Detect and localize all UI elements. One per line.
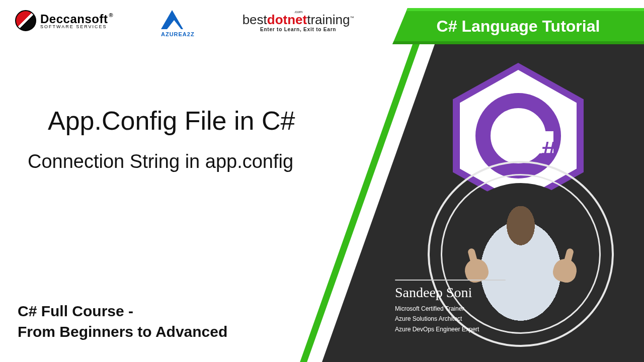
tutorial-banner: C# Language Tutorial xyxy=(392,8,644,44)
azure-icon xyxy=(161,10,183,29)
top-logos: Deccansoft® SOFTWARE SERVICES AZUREA2Z .… xyxy=(15,10,354,37)
azurea2z-logo: AZUREA2Z xyxy=(161,10,195,37)
azurea2z-name: AZUREA2Z xyxy=(161,31,195,37)
bdt-post: training xyxy=(307,12,350,27)
presenter-name: Sandeep Soni xyxy=(395,285,536,301)
slide-title: App.Config File in C# xyxy=(48,106,295,136)
csharp-hash: # xyxy=(541,136,556,166)
deccansoft-icon xyxy=(15,10,36,31)
thumbs-up-icon xyxy=(551,256,579,285)
banner-text: C# Language Tutorial xyxy=(437,17,600,36)
course-line2: From Beginners to Advanced xyxy=(18,322,227,342)
deccansoft-name: Deccansoft xyxy=(40,12,108,26)
presenter-cred: Azure DevOps Engineer Expert xyxy=(395,324,536,334)
bdt-pre: best xyxy=(243,12,267,27)
bdt-tag: Enter to Learn, Exit to Earn xyxy=(243,27,354,33)
deccansoft-logo: Deccansoft® SOFTWARE SERVICES xyxy=(15,10,113,31)
course-footer: C# Full Course - From Beginners to Advan… xyxy=(18,301,227,342)
slide-subtitle: Connection String in app.config xyxy=(28,151,293,172)
presenter-cred: Microsoft Certified Trainer xyxy=(395,304,536,314)
presenter-info: Sandeep Soni Microsoft Certified Trainer… xyxy=(395,280,536,334)
presenter-cred: Azure Solutions Architect xyxy=(395,314,536,324)
bdt-mid: dotnet xyxy=(267,12,307,27)
deccansoft-tag: SOFTWARE SERVICES xyxy=(40,24,113,29)
divider xyxy=(395,280,506,281)
bestdotnettraining-logo: .com bestdotnettraining™ Enter to Learn,… xyxy=(243,10,354,32)
course-line1: C# Full Course - xyxy=(18,301,227,322)
